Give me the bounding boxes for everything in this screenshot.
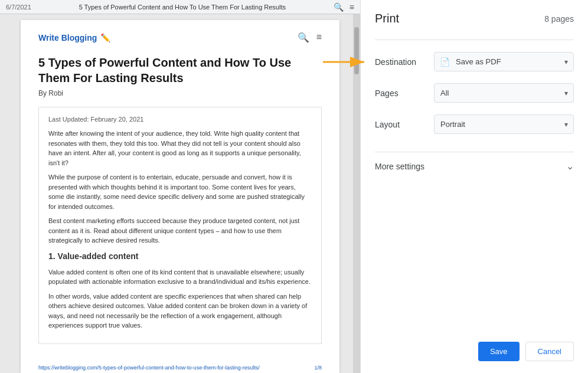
- layout-select[interactable]: Portrait Landscape: [434, 114, 574, 134]
- layout-row: Layout Portrait Landscape ▾: [375, 114, 574, 134]
- article-author: By Robi: [38, 89, 322, 97]
- footer-page: 1/8: [314, 365, 322, 371]
- cancel-button[interactable]: Cancel: [525, 342, 574, 361]
- logo-emoji: ✏️: [100, 33, 110, 42]
- browser-title: 5 Types of Powerful Content and How To U…: [79, 4, 286, 11]
- destination-select-wrapper[interactable]: 📄 Save as PDF Microsoft Print to PDF One…: [434, 52, 574, 71]
- page-preview: Write Blogging ✏️ 🔍 ≡ 5 Types of Powerfu…: [21, 20, 339, 373]
- article-body: Write after knowing the intent of your a…: [48, 129, 312, 331]
- destination-row: Destination 📄 Save as PDF Microsoft Prin…: [375, 52, 574, 71]
- pages-row: Pages All Odd pages only Even pages only…: [375, 83, 574, 103]
- browser-icons: 🔍 ≡: [334, 2, 354, 12]
- browser-bar: 6/7/2021 5 Types of Powerful Content and…: [0, 0, 360, 14]
- layout-select-wrapper[interactable]: Portrait Landscape ▾: [434, 114, 574, 134]
- print-divider: [375, 40, 574, 40]
- logo-text: Write Blogging: [38, 33, 97, 42]
- menu-icon[interactable]: ≡: [349, 2, 354, 12]
- paragraph-2: While the purpose of content is to enter…: [48, 172, 312, 211]
- footer-url: https://writeblogging.com/5-types-of-pow…: [38, 365, 260, 371]
- layout-label: Layout: [375, 120, 434, 129]
- more-settings-chevron-icon: ⌄: [566, 161, 574, 172]
- search-icon[interactable]: 🔍: [334, 2, 344, 12]
- site-header: Write Blogging ✏️ 🔍 ≡: [38, 32, 322, 43]
- section-paragraph-2: In other words, value added content are …: [48, 292, 312, 331]
- nav-icons: 🔍 ≡: [298, 32, 322, 43]
- yellow-arrow-annotation: [323, 55, 370, 69]
- page-footer: https://writeblogging.com/5-types-of-pow…: [38, 365, 322, 371]
- site-logo: Write Blogging ✏️: [38, 33, 110, 42]
- nav-search-icon[interactable]: 🔍: [298, 32, 309, 43]
- last-updated: Last Updated: February 20, 2021: [48, 116, 312, 123]
- pages-label: Pages: [375, 89, 434, 98]
- destination-label: Destination: [375, 57, 434, 67]
- print-header: Print 8 pages: [375, 12, 574, 25]
- preview-pane: 6/7/2021 5 Types of Powerful Content and…: [0, 0, 360, 373]
- print-pages-count: 8 pages: [544, 14, 574, 24]
- destination-select[interactable]: Save as PDF Microsoft Print to PDF OneNo…: [434, 52, 574, 71]
- more-settings-label: More settings: [375, 162, 424, 171]
- pages-select[interactable]: All Odd pages only Even pages only: [434, 83, 574, 103]
- browser-date: 6/7/2021: [6, 4, 31, 11]
- paragraph-1: Write after knowing the intent of your a…: [48, 129, 312, 168]
- nav-menu-icon[interactable]: ≡: [316, 32, 322, 43]
- print-footer: Save Cancel: [375, 332, 574, 361]
- more-settings-row[interactable]: More settings ⌄: [375, 152, 574, 180]
- article-box: Last Updated: February 20, 2021 Write af…: [38, 107, 322, 344]
- print-panel: Print 8 pages Destination 📄 Save as PDF …: [360, 0, 588, 373]
- print-title: Print: [375, 12, 399, 25]
- section-title: 1. Value-added content: [48, 250, 312, 263]
- paragraph-3: Best content marketing efforts succeed b…: [48, 216, 312, 246]
- article-title: 5 Types of Powerful Content and How To U…: [38, 55, 322, 86]
- section-paragraph-1: Value added content is often one of its …: [48, 267, 312, 287]
- pages-select-wrapper[interactable]: All Odd pages only Even pages only ▾: [434, 83, 574, 103]
- save-button[interactable]: Save: [478, 342, 520, 361]
